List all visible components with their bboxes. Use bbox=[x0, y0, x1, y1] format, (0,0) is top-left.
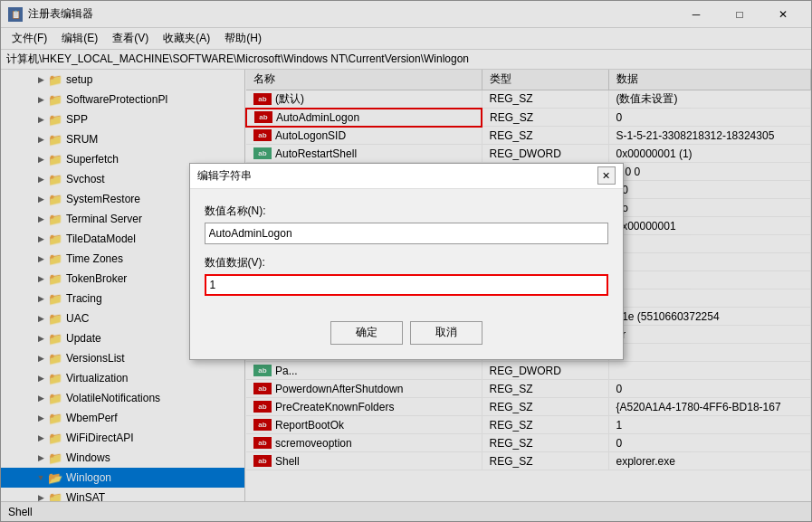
value-data-input[interactable] bbox=[205, 274, 608, 296]
dialog-buttons: 确定 取消 bbox=[190, 314, 623, 359]
dialog-body: 数值名称(N): 数值数据(V): bbox=[190, 189, 623, 314]
dialog-cancel-button[interactable]: 取消 bbox=[410, 321, 482, 345]
value-name-input[interactable] bbox=[205, 223, 608, 244]
dialog-close-button[interactable]: ✕ bbox=[597, 166, 616, 185]
dialog-title-text: 编辑字符串 bbox=[197, 168, 252, 184]
value-name-label: 数值名称(N): bbox=[205, 204, 608, 219]
dialog-confirm-button[interactable]: 确定 bbox=[330, 321, 403, 345]
value-data-label: 数值数据(V): bbox=[205, 255, 608, 270]
edit-string-dialog: 编辑字符串 ✕ 数值名称(N): 数值数据(V): 确定 取消 bbox=[189, 163, 624, 360]
dialog-title-bar: 编辑字符串 ✕ bbox=[190, 164, 623, 189]
dialog-overlay: 编辑字符串 ✕ 数值名称(N): 数值数据(V): 确定 取消 bbox=[0, 0, 812, 522]
